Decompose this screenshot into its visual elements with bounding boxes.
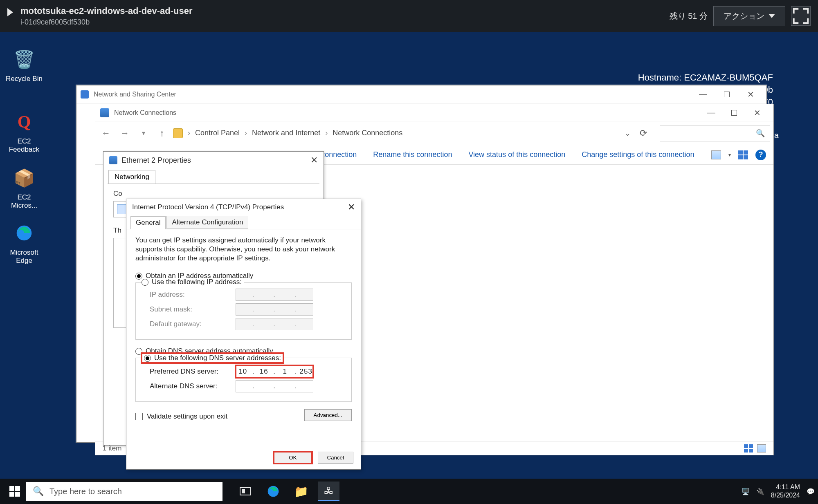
chevron-down-icon — [769, 14, 775, 18]
overlay-stray-a: a — [774, 131, 779, 140]
taskview-icon — [240, 486, 251, 496]
desktop-icon-label: EC2 Feedback — [2, 137, 47, 154]
nic-icon — [117, 204, 127, 214]
radio-icon — [144, 355, 151, 362]
taskbar-app-edge[interactable] — [263, 482, 284, 501]
tray-notifications-icon[interactable]: 💬 — [807, 488, 815, 495]
minimize-button[interactable]: — — [700, 105, 723, 121]
toolbar-view-status[interactable]: View status of this connection — [468, 150, 565, 159]
system-tray[interactable]: 🖥️ 🔌 4:11 AM 8/25/2024 💬 — [742, 483, 815, 500]
tray-network-icon[interactable]: 🔌 — [756, 488, 764, 495]
radio-label: Use the following IP address: — [152, 278, 242, 286]
taskbar-app-explorer[interactable]: 📁 — [290, 482, 312, 501]
mask-label: Subnet mask: — [150, 305, 236, 314]
action-button[interactable]: アクション — [713, 6, 785, 26]
eth-title: Ethernet 2 Properties — [121, 156, 191, 165]
start-button[interactable] — [3, 482, 26, 501]
minimize-button[interactable]: — — [692, 87, 715, 102]
nav-back-button[interactable]: ← — [99, 126, 113, 141]
field-alternate-dns: Alternate DNS server: ... — [150, 380, 346, 392]
taskview-button[interactable] — [235, 482, 256, 501]
nsc-title: Network and Sharing Center — [94, 91, 176, 98]
preferred-dns-input[interactable]: 10. 16. 1. 253 — [236, 365, 313, 378]
tab-alternate-configuration[interactable]: Alternate Configuration — [166, 216, 248, 229]
adns-label: Alternate DNS server: — [150, 382, 236, 390]
close-button[interactable]: ✕ — [739, 87, 762, 102]
maximize-button[interactable] — [715, 87, 738, 102]
taskbar-app-network-connections[interactable]: 🖧 — [318, 482, 339, 501]
box-icon: 📦 — [12, 166, 36, 190]
tcp-tabbar: General Alternate Configuration — [126, 215, 361, 229]
cancel-button[interactable]: Cancel — [318, 452, 354, 464]
close-button[interactable]: ✕ — [746, 105, 769, 121]
desktop-icon-ec2-feedback[interactable]: Q EC2 Feedback — [2, 110, 47, 154]
search-icon: 🔍 — [33, 486, 44, 497]
crumb-control-panel[interactable]: Control Panel — [195, 129, 240, 137]
search-box[interactable]: 🔍 — [660, 125, 770, 141]
dns-octet-1[interactable]: 10 — [236, 367, 250, 376]
tray-monitor-icon[interactable]: 🖥️ — [742, 488, 750, 495]
nc-title: Network Connections — [114, 109, 176, 116]
tcp-titlebar[interactable]: Internet Protocol Version 4 (TCP/IPv4) P… — [126, 199, 361, 215]
advanced-button[interactable]: Advanced... — [304, 409, 352, 421]
dns-octet-4[interactable]: 253 — [299, 367, 313, 376]
nc-titlebar[interactable]: Network Connections — ✕ — [95, 104, 773, 121]
search-icon: 🔍 — [756, 129, 765, 138]
maximize-button[interactable] — [723, 105, 746, 121]
taskbar[interactable]: 🔍 Type here to search 📁 🖧 🖥️ 🔌 4:11 AM 8… — [0, 479, 818, 504]
desktop-icon-edge[interactable]: Microsoft Edge — [2, 221, 47, 265]
clock[interactable]: 4:11 AM 8/25/2024 — [771, 483, 800, 500]
close-button[interactable]: ✕ — [310, 155, 318, 166]
field-ip-address: IP address: ... — [150, 289, 346, 301]
dialog-ipv4-properties[interactable]: Internet Protocol Version 4 (TCP/IPv4) P… — [126, 199, 361, 470]
desktop-icon-recycle-bin[interactable]: 🗑️ Recycle Bin — [2, 47, 47, 83]
toolbar-change-settings[interactable]: Change settings of this connection — [582, 150, 694, 159]
nsc-titlebar[interactable]: Network and Sharing Center — ✕ — [76, 85, 766, 103]
action-button-label: アクション — [724, 11, 764, 22]
address-dropdown[interactable]: ⌄ — [622, 128, 633, 139]
field-default-gateway: Default gateway: ... — [150, 318, 346, 330]
tcp-title: Internet Protocol Version 4 (TCP/IPv4) P… — [132, 203, 284, 211]
desktop-icon-label: Recycle Bin — [2, 75, 47, 83]
q-icon: Q — [12, 110, 36, 134]
nav-forward-button[interactable]: → — [117, 126, 132, 141]
view-tiles-button[interactable] — [738, 150, 748, 159]
taskbar-search[interactable]: 🔍 Type here to search — [26, 482, 222, 501]
gw-label: Default gateway: — [150, 320, 236, 328]
view-mode-button[interactable] — [711, 150, 721, 159]
view-details-icon[interactable] — [744, 444, 753, 452]
session-subtitle: i-01d9cef6005df530b — [20, 18, 193, 27]
checkbox-icon — [135, 413, 143, 420]
dns-octet-3[interactable]: 1 — [278, 367, 292, 376]
radio-use-dns-manual[interactable]: Use the following DNS server addresses: — [142, 353, 283, 363]
clock-time: 4:11 AM — [771, 483, 800, 491]
tcp-footer: OK Cancel — [274, 452, 353, 464]
radio-label: Use the following DNS server addresses: — [154, 354, 281, 362]
nav-history-button[interactable]: ▾ — [136, 126, 151, 141]
tab-networking[interactable]: Networking — [108, 170, 155, 184]
ok-button[interactable]: OK — [274, 452, 312, 464]
checkbox-validate-on-exit[interactable]: Validate settings upon exit — [135, 412, 227, 421]
help-button[interactable]: ? — [755, 150, 766, 160]
close-button[interactable]: ✕ — [348, 202, 355, 213]
group-dns-manual: Use the following DNS server addresses: … — [135, 358, 352, 402]
desktop-icon-ec2-microsoft[interactable]: 📦 EC2 Micros... — [2, 166, 47, 210]
refresh-button[interactable]: ⟳ — [635, 125, 652, 141]
nc-navbar: ← → ▾ ↑ › Control Panel › Network and In… — [95, 121, 773, 145]
alternate-dns-input[interactable]: ... — [236, 380, 313, 392]
nav-up-button[interactable]: ↑ — [155, 126, 169, 140]
view-large-icon[interactable] — [757, 444, 766, 452]
edge-icon — [12, 221, 36, 245]
radio-use-ip-manual[interactable]: Use the following IP address: — [142, 278, 244, 286]
session-title-block: mototsuka-ec2-windows-ad-dev-ad-user i-0… — [20, 6, 193, 27]
breadcrumb[interactable]: › Control Panel › Network and Internet ›… — [173, 128, 402, 138]
chevron-right-icon: › — [188, 129, 190, 137]
fullscreen-button[interactable] — [791, 6, 811, 26]
eth-titlebar[interactable]: Ethernet 2 Properties ✕ — [103, 152, 324, 169]
dns-octet-2[interactable]: 16 — [257, 367, 271, 376]
svg-rect-2 — [242, 489, 245, 493]
tab-general[interactable]: General — [130, 216, 166, 229]
toolbar-rename[interactable]: Rename this connection — [373, 150, 452, 159]
crumb-network-internet[interactable]: Network and Internet — [252, 129, 320, 137]
crumb-network-connections[interactable]: Network Connections — [333, 129, 402, 137]
